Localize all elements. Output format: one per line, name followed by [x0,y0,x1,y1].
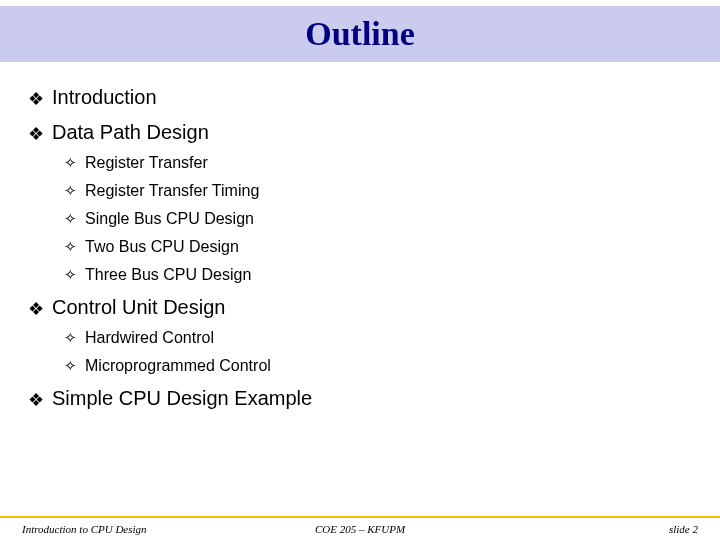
sub-bullet-label: Single Bus CPU Design [85,210,254,228]
slide-title: Outline [305,15,415,53]
sub-bullet-item: ✧ Hardwired Control [64,329,692,347]
hollow-diamond-icon: ✧ [64,211,77,226]
sub-bullet-item: ✧ Single Bus CPU Design [64,210,692,228]
footer-left: Introduction to CPU Design [22,523,147,535]
bullet-item: ❖ Control Unit Design [28,296,692,319]
sub-bullet-label: Register Transfer [85,154,208,172]
slide-footer: Introduction to CPU Design COE 205 – KFU… [0,516,720,540]
bullet-item: ❖ Introduction [28,86,692,109]
diamond-bullet-icon: ❖ [28,125,44,143]
footer-center: COE 205 – KFUPM [315,523,405,535]
sub-bullet-item: ✧ Register Transfer Timing [64,182,692,200]
footer-right: slide 2 [669,523,698,535]
sub-bullet-label: Microprogrammed Control [85,357,271,375]
slide-content: ❖ Introduction ❖ Data Path Design ✧ Regi… [0,62,720,410]
hollow-diamond-icon: ✧ [64,358,77,373]
diamond-bullet-icon: ❖ [28,300,44,318]
sub-bullet-label: Two Bus CPU Design [85,238,239,256]
diamond-bullet-icon: ❖ [28,90,44,108]
sub-bullet-item: ✧ Microprogrammed Control [64,357,692,375]
bullet-item: ❖ Simple CPU Design Example [28,387,692,410]
hollow-diamond-icon: ✧ [64,330,77,345]
bullet-item: ❖ Data Path Design [28,121,692,144]
bullet-label: Introduction [52,86,157,109]
sub-bullet-item: ✧ Two Bus CPU Design [64,238,692,256]
bullet-label: Data Path Design [52,121,209,144]
sub-bullet-item: ✧ Register Transfer [64,154,692,172]
title-bar: Outline [0,6,720,62]
hollow-diamond-icon: ✧ [64,239,77,254]
bullet-label: Control Unit Design [52,296,225,319]
hollow-diamond-icon: ✧ [64,183,77,198]
sub-bullet-label: Register Transfer Timing [85,182,259,200]
hollow-diamond-icon: ✧ [64,155,77,170]
hollow-diamond-icon: ✧ [64,267,77,282]
bullet-label: Simple CPU Design Example [52,387,312,410]
diamond-bullet-icon: ❖ [28,391,44,409]
sub-bullet-label: Three Bus CPU Design [85,266,251,284]
sub-bullet-label: Hardwired Control [85,329,214,347]
sub-bullet-item: ✧ Three Bus CPU Design [64,266,692,284]
